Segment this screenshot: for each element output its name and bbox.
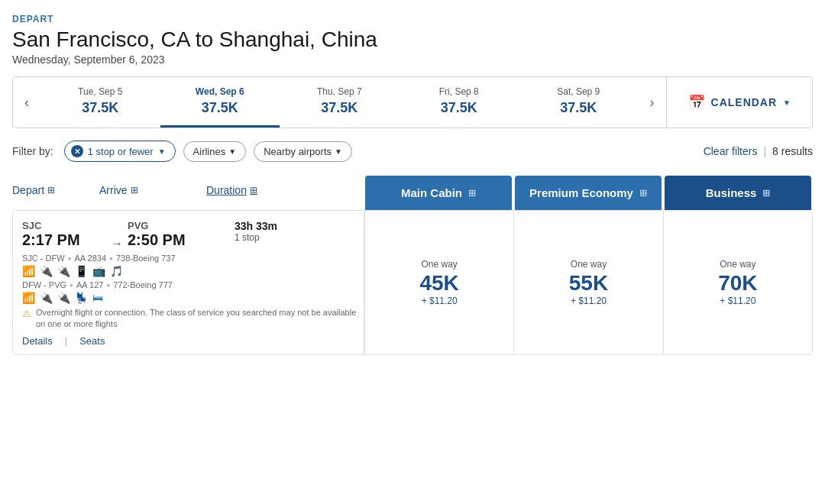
flight-duration: 33h 33m: [235, 220, 358, 232]
business-sort-icon: ⊞: [762, 188, 770, 199]
segment1-aircraft: 738-Boeing 737: [116, 254, 176, 263]
main-cabin-price-cell[interactable]: One way 45K + $11.20: [364, 211, 513, 354]
filter-bar: Filter by: ✕ 1 stop or fewer ▼ Airlines …: [12, 141, 813, 162]
premium-economy-header-button[interactable]: Premium Economy ⊞: [515, 176, 662, 210]
cal-day-price-4: 37.5K: [560, 100, 597, 116]
flight-warning: ⚠ Overnight flight or connection. The cl…: [22, 307, 358, 331]
table-row: SJC 2:17 PM → PVG 2:50 PM 33h 33m 1 stop…: [12, 210, 813, 355]
power-icon: 🔌: [40, 265, 53, 277]
flight-duration-block: 33h 33m 1 stop: [235, 220, 358, 243]
cal-day-label-0: Tue, Sep 5: [78, 86, 122, 97]
main-cabin-price-sub: + $11.20: [422, 296, 458, 306]
depart-label: DEPART: [12, 14, 813, 24]
main-cabin-sort-icon: ⊞: [468, 188, 476, 199]
arrive-col-label: Arrive: [99, 184, 128, 196]
cal-day-3[interactable]: Fri, Sep 8 37.5K: [400, 77, 519, 128]
premium-economy-price-sub: + $11.20: [571, 296, 607, 306]
cal-day-2[interactable]: Thu, Sep 7 37.5K: [280, 77, 400, 128]
cal-day-label-3: Fri, Sep 8: [439, 86, 479, 97]
arrive-sort-icon: ⊞: [131, 185, 138, 195]
dot-icon-3: ●: [70, 282, 73, 289]
amenities-row-2: 📶 🔌 🔌 💺 🛏: [22, 292, 358, 304]
filter-results: Clear filters | 8 results: [704, 145, 813, 157]
sort-arrive-button[interactable]: Arrive ⊞: [99, 184, 206, 196]
stop-filter-label: 1 stop or fewer: [88, 146, 154, 157]
segment2-route: DFW - PVG: [22, 280, 66, 289]
stop-filter-chip[interactable]: ✕ 1 stop or fewer ▼: [64, 141, 176, 162]
phone-icon: 📱: [75, 265, 88, 277]
flight-depart-block: SJC 2:17 PM: [22, 220, 106, 248]
duration-sort-icon: ⊞: [250, 185, 257, 195]
links-divider: |: [65, 335, 67, 347]
dot-icon-2: ●: [109, 255, 113, 262]
sort-duration-button[interactable]: Duration ⊞: [206, 184, 358, 196]
cal-day-label-4: Sat, Sep 9: [557, 86, 600, 97]
cabin-cols-header: Main Cabin ⊞ Premium Economy ⊞ Business …: [364, 176, 813, 210]
calendar-strip: ‹ Tue, Sep 5 37.5K Wed, Sep 6 37.5K Thu,…: [12, 76, 813, 128]
flight-action-links: Details | Seats: [22, 335, 358, 347]
calendar-chevron-down-icon: ▼: [783, 99, 791, 107]
business-label: Business: [706, 186, 757, 199]
cal-day-label-1: Wed, Sep 6: [196, 86, 244, 97]
filter-by-label: Filter by:: [12, 145, 53, 157]
power2-icon: 🔌: [40, 292, 53, 304]
route-title: San Francisco, CA to Shanghai, China: [12, 27, 813, 52]
business-header-button[interactable]: Business ⊞: [665, 176, 811, 210]
airlines-filter-label: Airlines: [193, 146, 226, 157]
main-cabin-header-button[interactable]: Main Cabin ⊞: [365, 176, 512, 210]
arrive-time: 2:50 PM: [128, 231, 235, 248]
main-cabin-price-label: One way: [421, 259, 457, 270]
dot-icon-4: ●: [106, 282, 110, 289]
wifi2-icon: 📶: [22, 292, 35, 304]
remove-stop-filter-icon[interactable]: ✕: [71, 145, 83, 157]
details-link[interactable]: Details: [22, 335, 53, 347]
calendar-days: Tue, Sep 5 37.5K Wed, Sep 6 37.5K Thu, S…: [40, 77, 639, 128]
depart-col-label: Depart: [12, 184, 44, 196]
cal-day-0[interactable]: Tue, Sep 5 37.5K: [40, 77, 160, 128]
depart-time: 2:17 PM: [22, 231, 106, 248]
segment2-details: DFW - PVG ● AA 127 ● 772-Boeing 777: [22, 280, 358, 289]
stop-filter-chevron-icon: ▼: [158, 147, 166, 156]
cal-day-label-2: Thu, Sep 7: [317, 86, 362, 97]
wifi-icon: 📶: [22, 265, 35, 277]
nearby-airports-filter-label: Nearby airports: [264, 146, 332, 157]
duration-col-label: Duration: [206, 184, 247, 196]
arrive-airport-code: PVG: [128, 220, 235, 231]
blanket-icon: 🛏: [92, 292, 103, 304]
calendar-prev-button[interactable]: ‹: [13, 77, 40, 128]
cal-day-price-3: 37.5K: [441, 100, 477, 116]
premium-economy-price-cell[interactable]: One way 55K + $11.20: [513, 211, 662, 354]
seats-link[interactable]: Seats: [79, 335, 105, 347]
price-cells: One way 45K + $11.20 One way 55K + $11.2…: [364, 211, 812, 354]
calendar-full-button[interactable]: 📅 CALENDAR ▼: [666, 77, 812, 128]
usb2-icon: 🔌: [57, 292, 70, 304]
business-price-cell[interactable]: One way 70K + $11.20: [663, 211, 812, 354]
music-icon: 🎵: [110, 265, 123, 277]
results-count: 8 results: [772, 145, 813, 157]
airlines-filter-dropdown[interactable]: Airlines ▼: [183, 141, 247, 162]
nearby-airports-chevron-down-icon: ▼: [335, 147, 342, 156]
flight-route-arrow-icon: →: [111, 237, 123, 250]
segment1-route: SJC - DFW: [22, 254, 65, 263]
premium-economy-price-label: One way: [571, 259, 607, 270]
business-price-sub: + $11.20: [720, 296, 755, 306]
depart-sort-icon: ⊞: [47, 185, 55, 195]
cal-day-1[interactable]: Wed, Sep 6 37.5K: [160, 77, 280, 128]
airlines-chevron-down-icon: ▼: [228, 147, 236, 156]
main-cabin-price-amount: 45K: [419, 273, 458, 294]
dot-icon-1: ●: [68, 255, 72, 262]
flight-route: SJC 2:17 PM → PVG 2:50 PM 33h 33m 1 stop: [22, 220, 358, 250]
calendar-icon: 📅: [688, 94, 705, 111]
seat-icon: 💺: [75, 292, 88, 304]
nearby-airports-filter-dropdown[interactable]: Nearby airports ▼: [254, 141, 352, 162]
cal-day-4[interactable]: Sat, Sep 9 37.5K: [519, 77, 639, 128]
amenities-row-1: 📶 🔌 🔌 📱 📺 🎵: [22, 265, 358, 277]
results-header: Depart ⊞ Arrive ⊞ Duration ⊞ Main Cabin …: [12, 176, 813, 210]
filter-divider: |: [763, 145, 766, 157]
calendar-next-button[interactable]: ›: [639, 77, 666, 128]
flight-arrive-block: PVG 2:50 PM: [128, 220, 235, 248]
clear-filters-link[interactable]: Clear filters: [704, 145, 758, 157]
flight-info: SJC 2:17 PM → PVG 2:50 PM 33h 33m 1 stop…: [13, 211, 364, 354]
sort-depart-button[interactable]: Depart ⊞: [12, 184, 96, 196]
cal-day-price-0: 37.5K: [82, 100, 118, 116]
